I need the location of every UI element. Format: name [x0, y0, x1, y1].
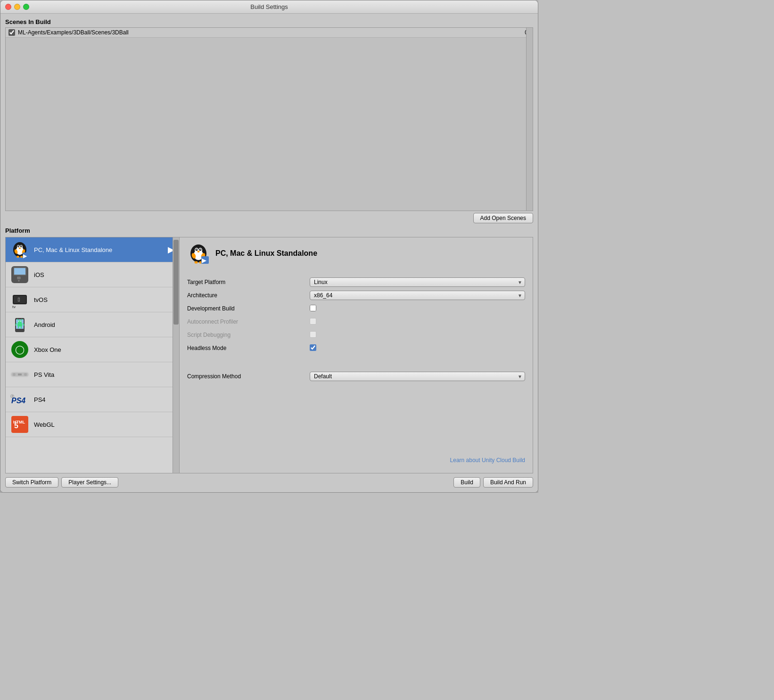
svg-text:▶: ▶: [23, 253, 27, 259]
settings-spacer: [187, 356, 525, 364]
platform-item-psvita[interactable]: PS Vita: [6, 362, 179, 387]
ios-device-icon: [11, 266, 28, 283]
svg-rect-17: [14, 268, 25, 275]
action-bar-left: Switch Platform Player Settings...: [5, 477, 118, 488]
maximize-button[interactable]: [23, 4, 29, 10]
settings-panel: ▶ PC, Mac & Linux Standalone Target Plat…: [180, 237, 533, 473]
svg-point-39: [24, 373, 27, 376]
platform-list: ▶ PC, Mac & Linux Standalone ▶: [6, 237, 179, 473]
ios-icon: [10, 265, 29, 284]
scene-path: ML-Agents/Examples/3DBall/Scenes/3DBall: [18, 29, 522, 36]
headless-mode-checkbox[interactable]: [310, 344, 316, 351]
minimize-button[interactable]: [14, 4, 20, 10]
build-button[interactable]: Build: [453, 477, 480, 488]
platform-item-ps4[interactable]: PS4 Ⓟ PS4: [6, 387, 179, 412]
svg-text:Ⓟ: Ⓟ: [10, 394, 14, 399]
scenes-section: Scenes In Build ML-Agents/Examples/3DBal…: [5, 18, 533, 223]
architecture-label: Architecture: [187, 292, 310, 299]
bottom-section: Platform: [5, 227, 533, 488]
autoconnect-profiler-checkbox[interactable]: [310, 318, 316, 325]
html5-logo: 5 HTML: [11, 416, 28, 433]
platform-item-tvos[interactable]:  tv tvOS: [6, 287, 179, 312]
platform-header-icon: ▶: [187, 242, 210, 265]
platform-label: Platform: [5, 227, 533, 234]
switch-platform-button[interactable]: Switch Platform: [5, 477, 58, 488]
svg-point-8: [19, 248, 21, 249]
settings-row-development-build: Development Build: [187, 303, 525, 314]
title-bar: Build Settings: [0, 0, 538, 14]
platform-item-webgl[interactable]: 5 HTML WebGL: [6, 412, 179, 437]
svg-point-11: [16, 256, 19, 258]
add-open-scenes-row: Add Open Scenes: [5, 213, 533, 223]
platform-name-xbox: Xbox One: [34, 346, 61, 353]
cloud-build-link[interactable]: Learn about Unity Cloud Build: [187, 457, 525, 464]
svg-text:HTML: HTML: [13, 420, 25, 424]
svg-point-19: [18, 280, 20, 282]
settings-row-headless-mode: Headless Mode: [187, 343, 525, 353]
platform-item-xbox[interactable]: ◯ Xbox One: [6, 337, 179, 362]
svg-text:tv: tv: [12, 305, 16, 309]
platform-name-psvita: PS Vita: [34, 371, 54, 378]
close-button[interactable]: [5, 4, 11, 10]
traffic-lights: [5, 4, 29, 10]
compression-dropdown[interactable]: Default LZ4 LZ4HC: [310, 372, 525, 381]
development-build-control: [310, 305, 525, 313]
script-debugging-control: [310, 331, 525, 339]
svg-point-38: [13, 373, 16, 376]
player-settings-button[interactable]: Player Settings...: [61, 477, 118, 488]
script-debugging-checkbox[interactable]: [310, 331, 316, 338]
architecture-control: x86_64 x86 ▼: [310, 291, 525, 300]
svg-rect-40: [18, 374, 22, 375]
platform-item-android[interactable]: Android: [6, 312, 179, 337]
scene-checkbox[interactable]: [8, 29, 15, 36]
xbox-logo: ◯: [11, 341, 28, 358]
svg-point-57: [195, 261, 198, 264]
development-build-checkbox[interactable]: [310, 305, 316, 311]
script-debugging-label: Script Debugging: [187, 332, 310, 338]
svg-text:: : [18, 296, 20, 303]
scrollbar-track: [173, 237, 179, 473]
scenes-scrollbar[interactable]: [526, 28, 533, 211]
settings-row-target-platform: Target Platform Linux Windows Mac OS X ▼: [187, 277, 525, 287]
architecture-dropdown[interactable]: x86_64 x86: [310, 291, 525, 300]
scene-item: ML-Agents/Examples/3DBall/Scenes/3DBall …: [6, 28, 533, 38]
svg-rect-27: [17, 323, 22, 326]
platform-scrollbar[interactable]: [173, 237, 179, 473]
svg-point-53: [200, 249, 201, 250]
svg-point-32: [18, 321, 19, 322]
xbox-icon: ◯: [10, 340, 29, 359]
platform-item-pc[interactable]: ▶ PC, Mac & Linux Standalone ▶: [6, 237, 179, 262]
target-platform-dropdown[interactable]: Linux Windows Mac OS X: [310, 277, 525, 287]
platform-item-ios[interactable]: iOS: [6, 262, 179, 287]
pc-icon: ▶: [10, 240, 29, 259]
compression-label: Compression Method: [187, 373, 310, 380]
add-open-scenes-button[interactable]: Add Open Scenes: [473, 213, 533, 223]
autoconnect-profiler-control: [310, 318, 525, 326]
build-and-run-button[interactable]: Build And Run: [483, 477, 533, 488]
platform-name-pc: PC, Mac & Linux Standalone: [34, 246, 112, 253]
platform-name-webgl: WebGL: [34, 421, 55, 428]
platform-name-tvos: tvOS: [34, 296, 48, 303]
headless-mode-label: Headless Mode: [187, 345, 310, 351]
window-content: Scenes In Build ML-Agents/Examples/3DBal…: [0, 14, 538, 492]
settings-row-script-debugging: Script Debugging: [187, 330, 525, 340]
headless-mode-control: [310, 344, 525, 352]
webgl-icon: 5 HTML: [10, 415, 29, 434]
platform-area: ▶ PC, Mac & Linux Standalone ▶: [5, 237, 533, 473]
platform-header-title: PC, Mac & Linux Standalone: [215, 249, 317, 258]
compression-control: Default LZ4 LZ4HC ▼: [310, 372, 525, 381]
platform-header: ▶ PC, Mac & Linux Standalone: [187, 242, 525, 269]
window-title: Build Settings: [250, 3, 288, 10]
svg-point-7: [21, 246, 22, 247]
ps4-icon: PS4 Ⓟ: [10, 390, 29, 409]
platform-name-ps4: PS4: [34, 396, 46, 403]
action-bar-right: Build Build And Run: [453, 477, 533, 488]
scenes-list: ML-Agents/Examples/3DBall/Scenes/3DBall …: [5, 27, 533, 211]
svg-point-6: [18, 246, 19, 247]
svg-rect-18: [17, 277, 21, 279]
svg-point-33: [20, 321, 21, 322]
settings-footer: Learn about Unity Cloud Build: [187, 457, 525, 468]
tvos-icon:  tv: [10, 290, 29, 309]
autoconnect-profiler-label: Autoconnect Profiler: [187, 318, 310, 325]
svg-point-52: [197, 249, 198, 250]
